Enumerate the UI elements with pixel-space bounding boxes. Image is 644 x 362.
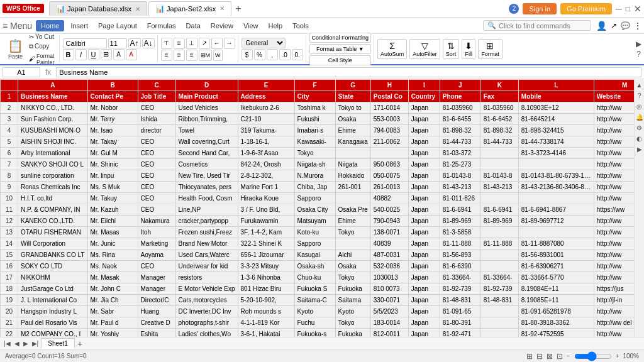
table-cell[interactable]: 950-0863 bbox=[370, 159, 408, 170]
table-cell[interactable]: http://ww bbox=[594, 261, 634, 272]
table-cell[interactable]: 81-92-471 bbox=[440, 329, 480, 337]
table-cell[interactable]: 81-11-888 bbox=[480, 238, 518, 250]
table-cell[interactable]: Mr. John C bbox=[87, 283, 138, 295]
table-cell[interactable]: http://ww bbox=[594, 329, 634, 337]
table-cell[interactable]: 790-0943 bbox=[370, 216, 408, 227]
more-icon[interactable]: ⋮ bbox=[634, 21, 641, 30]
panel-icon-2[interactable]: ? bbox=[638, 92, 641, 99]
col-header-L[interactable]: L bbox=[518, 80, 594, 91]
sheet-tab-1[interactable]: Sheet1 bbox=[41, 338, 75, 349]
table-cell[interactable]: Toshima k bbox=[294, 102, 335, 114]
table-cell[interactable]: Japan bbox=[408, 170, 440, 182]
col-header-H[interactable]: H bbox=[370, 80, 408, 91]
table-cell[interactable]: Sapporo bbox=[294, 238, 335, 250]
rotate-text-button[interactable]: ↗ bbox=[199, 38, 210, 49]
table-cell[interactable]: Second Hand Car, bbox=[175, 148, 238, 159]
table-cell[interactable]: 487-0031 bbox=[370, 250, 408, 261]
table-cell[interactable]: Itoh bbox=[138, 227, 175, 238]
table-cell[interactable]: M2 COMPANY CO., I bbox=[18, 329, 88, 337]
table-cell[interactable]: Ladies' clothes,Wo bbox=[175, 329, 238, 337]
table-cell[interactable]: Japan bbox=[408, 136, 440, 148]
table-cell[interactable]: 81-0143-8 bbox=[440, 170, 480, 182]
table-cell[interactable]: CEO bbox=[138, 170, 175, 182]
table-cell[interactable]: 81-11-8887080 bbox=[518, 238, 594, 250]
table-cell[interactable]: 81-56-8931001 bbox=[518, 250, 594, 261]
align-center-button[interactable]: ≡ bbox=[174, 50, 185, 61]
table-cell[interactable]: http://ww bbox=[594, 136, 634, 148]
table-cell[interactable]: JustGarage Co Ltd bbox=[18, 283, 88, 295]
table-cell[interactable]: Furukawamin bbox=[238, 216, 294, 227]
align-middle-button[interactable]: ≡ bbox=[174, 38, 185, 49]
table-cell[interactable]: photographs,t-shir bbox=[175, 317, 238, 329]
table-cell[interactable]: SANKYO SHOJI CO L bbox=[18, 159, 88, 170]
table-cell[interactable]: 319 Takuma- bbox=[238, 125, 294, 136]
table-cell[interactable]: Tokyo to bbox=[335, 102, 370, 114]
table-cell[interactable]: 81-035960 bbox=[440, 102, 480, 114]
table-cell[interactable]: 5-20-10-902, bbox=[238, 295, 294, 306]
table-cell[interactable]: 81-6-6941 bbox=[480, 204, 518, 216]
table-cell[interactable]: 81-44-7338174 bbox=[518, 136, 594, 148]
number-format-select[interactable]: General bbox=[242, 38, 286, 48]
font-color-button[interactable]: A bbox=[126, 49, 137, 60]
table-cell[interactable]: 138-0071 bbox=[370, 227, 408, 238]
panel-icon-6[interactable]: ◐ bbox=[636, 135, 642, 142]
tab-japan-set2[interactable]: 📊 Japan-Set2.xlsx ✕ bbox=[148, 1, 231, 16]
menu-insert[interactable]: Insert bbox=[65, 20, 93, 31]
table-cell[interactable]: http://ww bbox=[594, 306, 634, 317]
sheet-nav-first[interactable]: |◀ bbox=[3, 340, 12, 347]
table-cell[interactable]: Ms. Naok bbox=[87, 261, 138, 272]
table-cell[interactable]: KANEKO CO.,LTD. bbox=[18, 216, 88, 227]
table-cell[interactable]: 540-0025 bbox=[370, 204, 408, 216]
table-cell[interactable]: Frozen sushi,Freez bbox=[175, 227, 238, 238]
table-cell[interactable]: Sun Fashion Corp. bbox=[18, 114, 88, 125]
wrap-text-button[interactable]: W bbox=[213, 50, 223, 61]
table-cell[interactable]: CEO bbox=[138, 182, 175, 193]
cell-reference-input[interactable] bbox=[3, 67, 40, 77]
table-cell[interactable]: 40839 bbox=[370, 238, 408, 250]
table-cell[interactable]: http://ww bbox=[594, 159, 634, 170]
table-cell[interactable]: 5/5/2023 bbox=[370, 306, 408, 317]
table-cell[interactable]: Ronas Chemicals Inc bbox=[18, 182, 88, 193]
sheet-nav-next[interactable]: ▶ bbox=[22, 340, 30, 347]
table-cell[interactable] bbox=[518, 227, 594, 238]
zoom-in-icon[interactable]: + bbox=[616, 353, 619, 359]
table-cell[interactable]: 40882 bbox=[370, 193, 408, 204]
formula-input[interactable] bbox=[56, 67, 641, 77]
table-cell[interactable]: 3F, 1-4-2, Kam bbox=[238, 227, 294, 238]
table-cell[interactable]: Hangspin Industry L bbox=[18, 306, 88, 317]
increase-decimal-button[interactable]: .0 bbox=[279, 49, 291, 60]
table-cell[interactable]: Marine Fort 1 bbox=[238, 182, 294, 193]
cell-i1[interactable]: Country bbox=[408, 91, 440, 102]
table-cell[interactable]: 81-48-831 bbox=[480, 295, 518, 306]
col-header-E[interactable]: E bbox=[238, 80, 294, 91]
menu-home[interactable]: Home bbox=[36, 20, 64, 31]
table-cell[interactable]: 8.19084E+11 bbox=[518, 283, 594, 295]
table-cell[interactable]: 81-011-826 bbox=[440, 193, 480, 204]
table-cell[interactable]: http://ww bbox=[594, 227, 634, 238]
table-cell[interactable]: NIKKOHM bbox=[18, 272, 88, 283]
table-cell[interactable]: C21-10 bbox=[238, 114, 294, 125]
table-cell[interactable]: 81-091-65 bbox=[440, 306, 480, 317]
table-cell[interactable]: Mr. Junic bbox=[87, 238, 138, 250]
table-cell[interactable]: http://ww bbox=[594, 170, 634, 182]
table-cell[interactable]: Mr. Masas bbox=[87, 227, 138, 238]
table-cell[interactable]: 81-6-6390 bbox=[440, 261, 480, 272]
table-cell[interactable]: Ms. Rina bbox=[87, 250, 138, 261]
table-cell[interactable]: E Motor Vehicle Exp bbox=[175, 283, 238, 295]
table-cell[interactable]: Ribbon,Trimming, bbox=[175, 114, 238, 125]
table-cell[interactable]: 801 Hizac Biru bbox=[238, 283, 294, 295]
col-header-J[interactable]: J bbox=[440, 80, 480, 91]
table-cell[interactable]: Wall covering,Curt bbox=[175, 136, 238, 148]
table-cell[interactable]: 261-0013 bbox=[370, 182, 408, 193]
table-cell[interactable]: http://ww bbox=[594, 250, 634, 261]
table-cell[interactable]: Japan bbox=[408, 272, 440, 283]
cell-h1[interactable]: Postal Co bbox=[370, 91, 408, 102]
table-cell[interactable]: N.Murora bbox=[294, 170, 335, 182]
table-cell[interactable]: Tokyo bbox=[335, 272, 370, 283]
table-cell[interactable]: director bbox=[138, 125, 175, 136]
conditional-format-button[interactable]: Conditional Formatting bbox=[309, 33, 372, 43]
table-cell[interactable]: Arby International bbox=[18, 148, 88, 159]
table-cell[interactable]: KUSUBASHI MON-O bbox=[18, 125, 88, 136]
table-cell[interactable]: 81-3-3723-4146 bbox=[518, 148, 594, 159]
table-cell[interactable]: Mr. Gul M bbox=[87, 148, 138, 159]
